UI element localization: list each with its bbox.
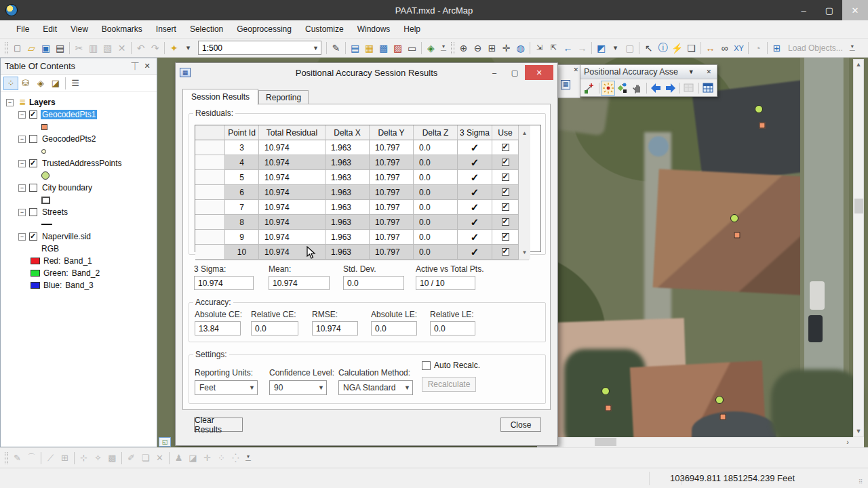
use-checkbox[interactable] [502, 188, 509, 196]
add-test-point-icon[interactable] [583, 81, 597, 96]
chevron-down-icon[interactable]: ▼ [402, 381, 412, 394]
table-row[interactable]: 910.9741.96310.7970.0✓ [195, 230, 540, 245]
tab-reporting[interactable]: Reporting [258, 90, 309, 105]
col-delta-z[interactable]: Delta Z [414, 125, 458, 140]
use-checkbox[interactable] [502, 233, 509, 241]
use-checkbox[interactable] [502, 218, 509, 226]
report-icon[interactable] [682, 81, 696, 96]
go-to-xy-icon[interactable]: XY [732, 41, 746, 55]
time-slider-icon[interactable]: ◔ [751, 41, 765, 55]
geocoded-point-marker[interactable] [760, 123, 766, 129]
menu-geoprocessing[interactable]: Geoprocessing [230, 22, 298, 37]
layer-row-city-boundary[interactable]: − City boundary [6, 182, 157, 194]
absolute-ce-field[interactable]: 13.84 [195, 321, 241, 336]
clear-results-button[interactable]: Clear Results [194, 418, 243, 432]
data-view-button[interactable]: ◱ [159, 437, 171, 447]
expander-icon[interactable]: − [18, 209, 26, 216]
table-of-contents-icon[interactable]: ▤ [348, 41, 362, 55]
python-window-icon[interactable]: ▭ [405, 41, 419, 55]
attributes-icon[interactable]: ❏ [138, 451, 153, 465]
snap-icon[interactable]: ✛ [200, 451, 214, 465]
dialog-titlebar[interactable]: ▦ Positional Accuracy Session Results – … [176, 63, 557, 82]
previous-point-icon[interactable] [649, 81, 663, 96]
hyperlink-icon[interactable]: ⚡ [670, 41, 684, 55]
trusted-point-marker[interactable] [755, 105, 763, 113]
edit-vertices-icon[interactable]: ⊞ [58, 451, 72, 465]
absolute-le-field[interactable]: 0.0 [371, 321, 417, 336]
save-icon[interactable]: ▣ [39, 41, 53, 55]
load-objects-button[interactable]: Load Objects... [784, 43, 847, 53]
residuals-table[interactable]: Point Id Total Residual Delta X Delta Y … [195, 125, 541, 252]
measure-icon[interactable]: ↔ [703, 41, 717, 55]
sketch-properties-icon[interactable]: ✕ [153, 451, 167, 465]
tools-overflow-icon[interactable]: ▾— [848, 45, 856, 52]
table-row[interactable]: 410.9741.96310.7970.0✓ [195, 155, 540, 170]
fixed-zoom-icon[interactable]: ⊞ [485, 41, 499, 55]
layer-label[interactable]: GeocodedPts2 [41, 134, 97, 144]
geocoded-point-marker[interactable] [720, 414, 726, 420]
grid-horizontal-scrollbar[interactable] [195, 260, 529, 260]
toc-close-icon[interactable]: ✕ [142, 62, 153, 70]
grid-scroll-up-icon[interactable]: ▲ [519, 125, 530, 140]
add-data-icon[interactable]: ✦ [167, 41, 181, 55]
clear-selection-icon[interactable]: ▢ [623, 41, 637, 55]
col-point-id[interactable]: Point Id [225, 125, 259, 140]
calculation-method-select[interactable]: NGA Standard▼ [338, 380, 413, 395]
hollow-square-symbol[interactable] [41, 197, 50, 204]
green-circle-symbol[interactable] [41, 171, 50, 180]
trusted-point-marker[interactable] [601, 387, 610, 395]
layer-row-geocodedpts2[interactable]: − GeocodedPts2 [6, 133, 157, 145]
toolbar-grip[interactable] [5, 42, 8, 54]
search-window-icon[interactable]: ▩ [376, 41, 391, 55]
table-row[interactable]: 810.9741.96310.7970.0✓ [195, 215, 540, 230]
identify-icon[interactable]: ⓘ [656, 41, 670, 55]
geocoded-point-marker[interactable] [734, 232, 741, 239]
edit-annotation-icon[interactable]: ⌒ [24, 451, 39, 465]
expander-icon[interactable]: − [18, 136, 26, 143]
zoom-out-icon[interactable]: ⊖ [471, 41, 485, 55]
endpoint-arc-icon[interactable]: ⁘ [214, 451, 229, 465]
layer-label[interactable]: Streets [41, 207, 69, 217]
map-vertical-scrollbar[interactable]: ▲ ▼ [853, 59, 864, 437]
print-icon[interactable]: ▤ [53, 41, 67, 55]
expander-icon[interactable]: − [6, 99, 14, 106]
layer-checkbox[interactable] [29, 110, 37, 119]
relative-ce-field[interactable]: 0.0 [251, 321, 298, 336]
pale-circle-symbol[interactable] [41, 149, 46, 154]
point-pair-tool-icon[interactable] [616, 81, 630, 96]
dialog-close-action-button[interactable]: Close [500, 418, 541, 432]
trusted-point-marker[interactable] [730, 214, 738, 222]
geocoded-point-marker[interactable] [606, 405, 612, 411]
toolbar-overflow-icon[interactable]: ▾— [439, 45, 448, 52]
straight-segment-icon[interactable]: ⟋ [43, 451, 58, 465]
scroll-up-icon[interactable]: ▲ [854, 60, 863, 70]
layers-root-label[interactable]: Layers [28, 98, 57, 107]
arctoolbox-icon[interactable]: ▨ [391, 41, 405, 55]
session-results-table-icon[interactable] [701, 81, 715, 96]
load-objects-icon[interactable]: ⊞ [770, 41, 784, 55]
toc-options-icon[interactable]: ☰ [68, 77, 83, 90]
editbar-grip[interactable] [5, 452, 8, 464]
edit-tool-icon[interactable]: ✎ [10, 451, 24, 465]
create-features-icon[interactable]: ✐ [124, 451, 138, 465]
html-popup-icon[interactable]: ❏ [684, 41, 698, 55]
map-horizontal-scrollbar[interactable]: › [537, 437, 864, 447]
menu-windows[interactable]: Windows [351, 22, 397, 37]
use-checkbox[interactable] [502, 248, 509, 256]
add-data-dropdown-icon[interactable]: ▾ [181, 41, 195, 55]
use-checkbox[interactable] [502, 144, 509, 151]
list-by-source-icon[interactable]: ⛁ [18, 77, 33, 90]
mean-field[interactable]: 10.974 [269, 276, 330, 290]
trace-icon[interactable]: ♟ [172, 451, 186, 465]
select-features-icon[interactable]: ◩ [594, 41, 608, 55]
tools-toolbar-grip[interactable] [451, 42, 454, 54]
maximize-button[interactable]: ▢ [816, 0, 842, 20]
horizontal-scroll-thumb[interactable] [595, 438, 616, 446]
redo-icon[interactable]: ↷ [148, 41, 162, 55]
reshape-icon[interactable]: ⊹ [77, 451, 91, 465]
layer-row-streets[interactable]: − Streets [6, 206, 157, 218]
list-by-drawing-order-icon[interactable]: ⁘ [3, 77, 18, 90]
split-icon[interactable]: ▩ [105, 451, 119, 465]
menu-bookmarks[interactable]: Bookmarks [95, 22, 149, 37]
layer-label[interactable]: TrustedAddressPoints [41, 159, 123, 168]
